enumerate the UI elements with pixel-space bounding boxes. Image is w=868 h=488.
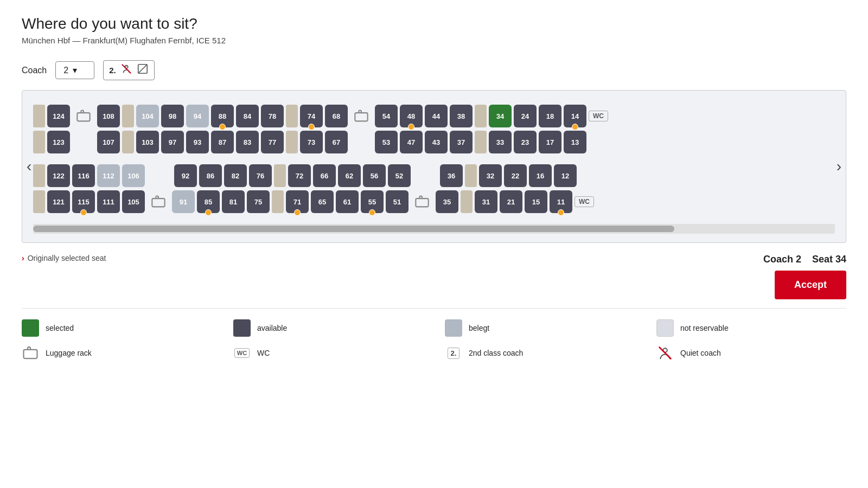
seat-48[interactable]: 48 <box>400 105 423 127</box>
seat-87[interactable]: 87 <box>211 131 234 153</box>
seat-116[interactable]: 116 <box>72 164 95 187</box>
seat-72[interactable]: 72 <box>288 164 311 187</box>
seat-98[interactable]: 98 <box>161 105 184 127</box>
coach-dropdown[interactable]: 2 ▾ <box>55 61 94 79</box>
seat-104[interactable]: 104 <box>136 105 159 127</box>
seat-map-container: ‹ › 124 108 104 98 94 <box>22 90 846 243</box>
wall-block-b3 <box>286 131 298 153</box>
seat-12[interactable]: 12 <box>554 164 577 187</box>
seat-51[interactable]: 51 <box>386 190 409 213</box>
seat-85[interactable]: 85 <box>197 190 220 213</box>
seat-44[interactable]: 44 <box>425 105 448 127</box>
seat-92[interactable]: 92 <box>174 164 197 187</box>
legend-label-selected: selected <box>46 324 74 332</box>
seat-15[interactable]: 15 <box>525 190 547 213</box>
seat-108[interactable]: 108 <box>97 105 120 127</box>
seat-35[interactable]: 35 <box>436 190 458 213</box>
seat-21[interactable]: 21 <box>500 190 522 213</box>
svg-rect-8 <box>416 198 428 207</box>
chevron-icon: › <box>22 254 24 262</box>
seat-75[interactable]: 75 <box>247 190 270 213</box>
page-subtitle: München Hbf — Frankfurt(M) Flughafen Fer… <box>22 36 846 45</box>
seat-83[interactable]: 83 <box>236 131 259 153</box>
wc-label-2: WC <box>575 196 594 207</box>
wc-label-1: WC <box>589 111 608 121</box>
originally-selected-row: › Originally selected seat <box>22 254 106 262</box>
seat-115[interactable]: 115 <box>72 190 95 213</box>
seat-38[interactable]: 38 <box>450 105 473 127</box>
legend-luggage: Luggage rack <box>22 344 212 362</box>
legend-2nd-icon: 2. <box>445 344 462 362</box>
seat-13[interactable]: 13 <box>564 131 586 153</box>
seat-34[interactable]: 34 <box>489 105 512 127</box>
seat-123[interactable]: 123 <box>47 131 70 153</box>
seat-93[interactable]: 93 <box>186 131 209 153</box>
seat-37[interactable]: 37 <box>450 131 473 153</box>
seat-55[interactable]: 55 <box>361 190 384 213</box>
seat-11[interactable]: 11 <box>550 190 572 213</box>
seat-56[interactable]: 56 <box>363 164 386 187</box>
seat-74[interactable]: 74 <box>300 105 323 127</box>
seat-107[interactable]: 107 <box>97 131 120 153</box>
seat-18[interactable]: 18 <box>539 105 561 127</box>
accept-button[interactable]: Accept <box>775 271 846 299</box>
seat-103[interactable]: 103 <box>136 131 159 153</box>
seat-122[interactable]: 122 <box>47 164 70 187</box>
seat-54[interactable]: 54 <box>375 105 398 127</box>
legend-label-2nd: 2nd class coach <box>469 349 523 357</box>
seat-52[interactable]: 52 <box>388 164 411 187</box>
seat-32[interactable]: 32 <box>479 164 502 187</box>
seat-62[interactable]: 62 <box>338 164 361 187</box>
seat-88[interactable]: 88 <box>211 105 234 127</box>
seat-33[interactable]: 33 <box>489 131 512 153</box>
legend-2nd-class: 2. 2nd class coach <box>445 344 635 362</box>
seat-17[interactable]: 17 <box>539 131 561 153</box>
seat-65[interactable]: 65 <box>311 190 334 213</box>
seat-112[interactable]: 112 <box>97 164 120 187</box>
seat-66[interactable]: 66 <box>313 164 336 187</box>
seat-43[interactable]: 43 <box>425 131 448 153</box>
seat-23[interactable]: 23 <box>514 131 537 153</box>
prev-coach-button[interactable]: ‹ <box>22 153 36 179</box>
seat-24[interactable]: 24 <box>514 105 537 127</box>
seat-84[interactable]: 84 <box>236 105 259 127</box>
seat-map-scroll[interactable]: 124 108 104 98 94 88 84 78 74 68 <box>22 99 846 219</box>
seat-61[interactable]: 61 <box>336 190 359 213</box>
coach-seat-info: Coach 2 Seat 34 <box>763 254 846 265</box>
seat-14[interactable]: 14 <box>564 105 586 127</box>
seat-36[interactable]: 36 <box>440 164 463 187</box>
seat-124[interactable]: 124 <box>47 105 70 127</box>
seat-68[interactable]: 68 <box>325 105 348 127</box>
seat-121[interactable]: 121 <box>47 190 70 213</box>
seat-16[interactable]: 16 <box>529 164 552 187</box>
scrollbar[interactable] <box>33 224 835 234</box>
seat-76[interactable]: 76 <box>249 164 272 187</box>
seat-106[interactable]: 106 <box>122 164 145 187</box>
seat-67[interactable]: 67 <box>325 131 348 153</box>
lower-row-bottom: 121 115 111 105 91 85 81 75 71 65 61 <box>33 190 835 213</box>
no-feature-icon <box>137 63 149 78</box>
wall-block-3 <box>286 105 298 127</box>
seat-94[interactable]: 94 <box>186 105 209 127</box>
seat-86[interactable]: 86 <box>199 164 222 187</box>
legend-selected: selected <box>22 319 212 337</box>
seat-31[interactable]: 31 <box>475 190 497 213</box>
luggage-rack-icon-4 <box>411 190 433 213</box>
seat-111[interactable]: 111 <box>97 190 120 213</box>
seat-71[interactable]: 71 <box>286 190 309 213</box>
seat-47[interactable]: 47 <box>400 131 423 153</box>
seat-77[interactable]: 77 <box>261 131 284 153</box>
seat-91[interactable]: 91 <box>172 190 195 213</box>
seat-78[interactable]: 78 <box>261 105 284 127</box>
seat-81[interactable]: 81 <box>222 190 245 213</box>
seat-82[interactable]: 82 <box>224 164 247 187</box>
wall-block-2 <box>122 105 134 127</box>
legend-box-belegt <box>445 319 462 337</box>
seat-53[interactable]: 53 <box>375 131 398 153</box>
seat-73[interactable]: 73 <box>300 131 323 153</box>
seat-97[interactable]: 97 <box>161 131 184 153</box>
legend: selected available belegt not reservable <box>22 308 846 362</box>
seat-105[interactable]: 105 <box>122 190 145 213</box>
next-coach-button[interactable]: › <box>832 153 846 179</box>
seat-22[interactable]: 22 <box>504 164 527 187</box>
